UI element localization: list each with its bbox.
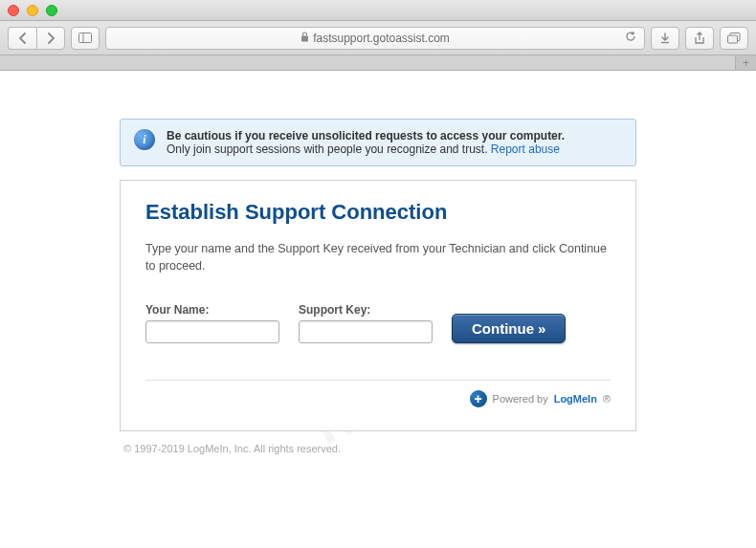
powered-by-text: Powered by <box>493 393 548 405</box>
sidebar-icon <box>78 33 92 43</box>
address-bar[interactable]: fastsupport.gotoassist.com <box>105 27 645 50</box>
window-titlebar <box>0 0 756 21</box>
back-button[interactable] <box>8 27 36 50</box>
chevron-left-icon <box>18 33 27 44</box>
toolbar-right <box>651 27 748 50</box>
downloads-button[interactable] <box>651 27 679 50</box>
name-input[interactable] <box>145 320 279 343</box>
browser-toolbar: fastsupport.gotoassist.com <box>0 21 756 55</box>
continue-button[interactable]: Continue» <box>452 314 566 343</box>
lock-icon <box>300 32 309 45</box>
info-icon: i <box>134 129 155 150</box>
chevron-right-icon <box>47 33 56 44</box>
tab-strip: + <box>0 55 756 71</box>
card-footer: + Powered by LogMeIn ® <box>145 380 611 407</box>
svg-rect-0 <box>79 33 92 43</box>
tabs-icon <box>727 33 741 44</box>
download-icon <box>659 33 671 44</box>
svg-rect-5 <box>728 35 738 43</box>
url-text: fastsupport.gotoassist.com <box>313 32 450 45</box>
key-label: Support Key: <box>299 303 433 317</box>
share-button[interactable] <box>685 27 714 50</box>
plus-icon: + <box>470 390 487 407</box>
sidebar-button[interactable] <box>71 27 100 50</box>
registered-mark: ® <box>603 393 611 405</box>
reload-icon <box>625 31 636 42</box>
support-key-input[interactable] <box>299 320 433 343</box>
continue-label: Continue <box>472 320 534 337</box>
share-icon <box>694 32 705 45</box>
caution-banner: i Be cautious if you receive unsolicited… <box>120 119 636 166</box>
close-window-button[interactable] <box>8 5 19 16</box>
page-description: Type your name and the Support Key recei… <box>145 240 611 274</box>
report-abuse-link[interactable]: Report abuse <box>491 142 560 156</box>
nav-buttons <box>8 27 65 50</box>
caution-bold: Be cautious if you receive unsolicited r… <box>167 129 565 142</box>
minimize-window-button[interactable] <box>27 5 38 16</box>
name-label: Your Name: <box>145 303 279 317</box>
forward-button[interactable] <box>36 27 65 50</box>
maximize-window-button[interactable] <box>46 5 57 16</box>
page-title: Establish Support Connection <box>145 200 611 225</box>
connection-card: Establish Support Connection Type your n… <box>120 180 636 431</box>
svg-rect-2 <box>301 35 308 41</box>
reload-button[interactable] <box>625 31 636 45</box>
brand-link[interactable]: LogMeIn <box>554 393 597 405</box>
tabs-button[interactable] <box>720 27 748 50</box>
traffic-lights <box>8 5 57 16</box>
connection-form: Your Name: Support Key: Continue» <box>145 303 611 343</box>
caution-text: Only join support sessions with people y… <box>167 142 491 156</box>
copyright-text: © 1997-2019 LogMeIn, Inc. All rights res… <box>120 443 636 454</box>
page-content: PCrisk.com i Be cautious if you receive … <box>0 71 756 548</box>
new-tab-button[interactable]: + <box>735 55 756 70</box>
name-field-group: Your Name: <box>145 303 279 343</box>
key-field-group: Support Key: <box>299 303 433 343</box>
